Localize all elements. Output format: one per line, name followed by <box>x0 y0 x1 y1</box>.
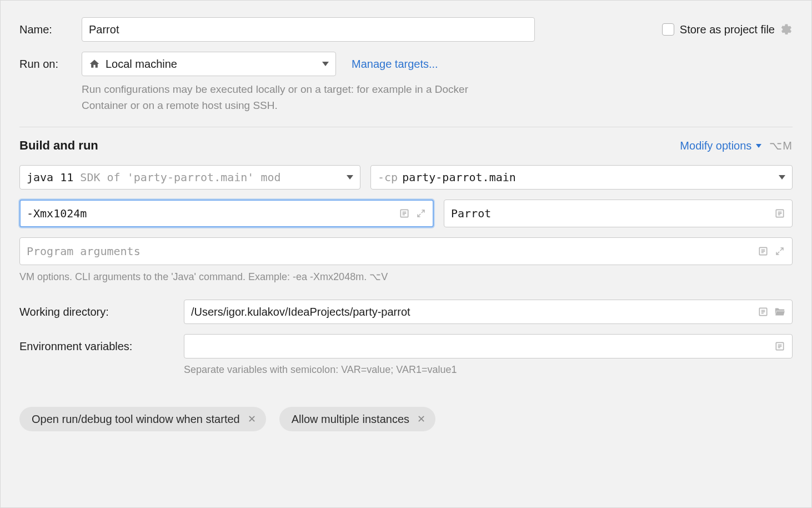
env-vars-input[interactable] <box>184 334 793 358</box>
env-vars-row: Environment variables: <box>19 334 793 358</box>
program-arguments-input[interactable]: Program arguments <box>19 237 793 265</box>
folder-open-icon[interactable] <box>773 305 786 318</box>
list-icon[interactable] <box>773 340 786 353</box>
jre-classpath-row: java 11 SDK of 'party-parrot.main' mod -… <box>19 165 793 190</box>
store-as-project-file-label: Store as project file <box>680 23 775 36</box>
classpath-flag: -cp <box>378 171 398 184</box>
list-icon[interactable] <box>756 305 770 318</box>
jre-select[interactable]: java 11 SDK of 'party-parrot.main' mod <box>19 165 360 190</box>
run-on-label: Run on: <box>19 58 82 71</box>
close-icon[interactable]: ✕ <box>417 413 425 425</box>
working-directory-input[interactable]: /Users/igor.kulakov/IdeaProjects/party-p… <box>184 300 793 324</box>
working-directory-label: Working directory: <box>19 306 184 318</box>
name-row: Name: Store as project file <box>19 17 793 42</box>
chevron-down-icon <box>347 175 353 180</box>
main-class-value: Parrot <box>451 207 491 220</box>
run-on-hint: Run configurations may be executed local… <box>82 82 482 113</box>
modify-options-label: Modify options <box>680 140 751 152</box>
jre-version: java 11 <box>27 171 73 184</box>
tag-open-run-debug[interactable]: Open run/debug tool window when started … <box>19 407 266 431</box>
manage-targets-link[interactable]: Manage targets... <box>352 58 438 71</box>
working-directory-value: /Users/igor.kulakov/IdeaProjects/party-p… <box>191 306 410 318</box>
working-directory-row: Working directory: /Users/igor.kulakov/I… <box>19 300 793 324</box>
expand-icon[interactable] <box>414 207 428 220</box>
run-on-value: Local machine <box>106 58 177 71</box>
run-configuration-panel: Name: Store as project file Run on: Loca… <box>0 0 812 508</box>
separator <box>19 127 793 127</box>
store-as-project-file[interactable]: Store as project file <box>662 23 793 36</box>
classpath-module: party-parrot.main <box>402 171 516 184</box>
option-tags: Open run/debug tool window when started … <box>19 407 793 431</box>
home-icon <box>89 58 100 69</box>
tag-allow-multiple[interactable]: Allow multiple instances ✕ <box>279 407 435 431</box>
list-icon[interactable] <box>773 207 786 220</box>
tag-allow-multiple-label: Allow multiple instances <box>292 413 409 426</box>
build-and-run-header: Build and run Modify options ⌥M <box>19 138 793 153</box>
expand-icon[interactable] <box>773 245 786 258</box>
run-on-select[interactable]: Local machine <box>82 52 336 76</box>
build-and-run-title: Build and run <box>19 138 98 153</box>
chevron-down-icon <box>756 144 761 148</box>
env-vars-label: Environment variables: <box>19 340 184 353</box>
vm-mainclass-row: -Xmx1024m Parrot <box>19 200 793 227</box>
vm-options-input[interactable]: -Xmx1024m <box>19 200 434 227</box>
vm-options-caption: VM options. CLI arguments to the 'Java' … <box>19 271 793 283</box>
run-on-row: Run on: Local machine Manage targets... <box>19 52 793 76</box>
jre-description: SDK of 'party-parrot.main' mod <box>80 171 280 184</box>
modify-options-shortcut: ⌥M <box>769 139 793 152</box>
program-arguments-placeholder: Program arguments <box>27 245 141 258</box>
gear-icon[interactable] <box>780 23 793 36</box>
list-icon[interactable] <box>398 207 411 220</box>
close-icon[interactable]: ✕ <box>248 413 256 425</box>
env-vars-hint: Separate variables with semicolon: VAR=v… <box>184 364 793 376</box>
list-icon[interactable] <box>756 245 770 258</box>
store-as-project-file-checkbox[interactable] <box>662 23 674 36</box>
chevron-down-icon <box>779 175 785 180</box>
name-input[interactable] <box>82 17 535 42</box>
modify-options-link[interactable]: Modify options <box>680 140 761 152</box>
tag-open-run-debug-label: Open run/debug tool window when started <box>32 413 240 426</box>
chevron-down-icon <box>322 62 329 66</box>
main-class-input[interactable]: Parrot <box>444 200 793 227</box>
name-label: Name: <box>19 23 82 36</box>
classpath-select[interactable]: -cp party-parrot.main <box>370 165 793 190</box>
